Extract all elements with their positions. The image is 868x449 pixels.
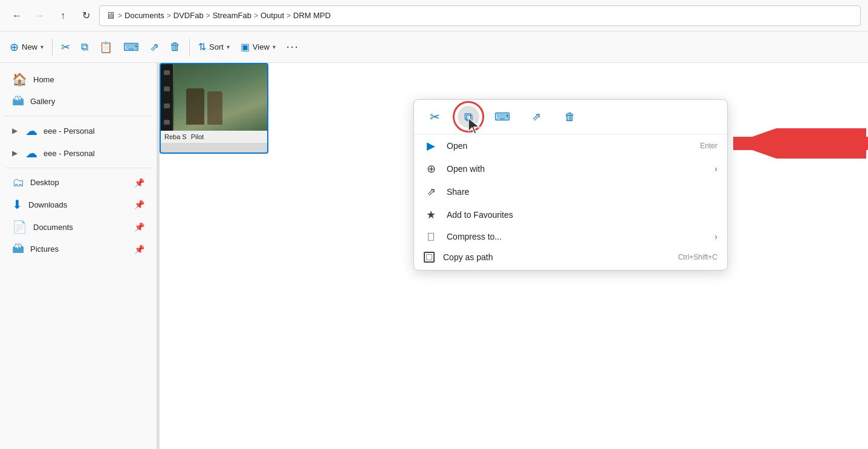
new-label: New (22, 42, 37, 51)
sidebar-label-documents: Documents (33, 223, 73, 232)
sort-label: Sort (209, 42, 224, 51)
sidebar-item-home[interactable]: 🏠 Home (2, 68, 154, 90)
path-part-streamfab[interactable]: StreamFab (213, 11, 251, 20)
main-layout: 🏠 Home 🏔 Gallery ▶ ☁ eee - Personal ▶ ☁ … (0, 63, 868, 449)
onedrive-icon-2: ☁ (25, 146, 37, 160)
ctx-copy-path-label: Copy as path (443, 252, 493, 262)
ctx-share-icon: ⇗ (532, 110, 541, 123)
sidebar-item-downloads[interactable]: ⬇ Downloads 📌 (2, 194, 154, 215)
up-button[interactable]: ↑ (53, 6, 73, 25)
delete-icon: 🗑 (170, 41, 181, 53)
share-icon: ⇗ (150, 41, 159, 54)
sidebar-label-desktop: Desktop (30, 178, 59, 187)
ctx-cut-button[interactable]: ✂ (424, 106, 445, 128)
sort-button[interactable]: ⇅ Sort ▾ (193, 38, 235, 56)
view-button[interactable]: ▣ View ▾ (236, 38, 280, 56)
paste-icon: 📋 (99, 41, 112, 54)
file-thumbnail[interactable]: Reba S Pilot (160, 63, 268, 154)
sort-chevron-icon: ▾ (227, 44, 230, 50)
share-button[interactable]: ⇗ (145, 38, 164, 57)
ctx-copy-path-shortcut: Ctrl+Shift+C (678, 253, 717, 261)
path-separator-0: > (118, 11, 122, 20)
view-chevron-icon: ▾ (273, 44, 276, 50)
path-part-output[interactable]: Output (261, 11, 284, 20)
sidebar-divider-1 (5, 116, 152, 116)
sidebar-label-pictures: Pictures (30, 244, 59, 254)
toolbar: ⊕ New ▾ ✂ ⧉ 📋 ⌨ ⇗ 🗑 ⇅ Sort ▾ ▣ View ▾ ··… (0, 31, 868, 63)
sidebar-item-onedrive1[interactable]: ▶ ☁ eee - Personal (2, 120, 154, 142)
new-button[interactable]: ⊕ New ▾ (5, 38, 48, 57)
ctx-menu-open-with[interactable]: ⊕ Open with › (414, 157, 727, 180)
sidebar-item-desktop[interactable]: 🗂 Desktop 📌 (2, 172, 154, 193)
more-button[interactable]: ··· (282, 38, 304, 56)
toolbar-sep-2 (189, 39, 190, 56)
forward-button[interactable]: → (30, 6, 50, 25)
file-label: Reba S Pilot (161, 131, 267, 143)
ctx-delete-button[interactable]: 🗑 (559, 106, 581, 128)
expand-chevron-1: ▶ (12, 126, 19, 135)
path-separator-1: > (167, 11, 171, 20)
ctx-share-button[interactable]: ⇗ (525, 106, 547, 128)
path-part-dvdfab[interactable]: DVDFab (173, 11, 204, 20)
sidebar-label-home: Home (33, 75, 54, 84)
delete-button[interactable]: 🗑 (165, 38, 186, 56)
cut-icon: ✂ (61, 41, 70, 54)
ctx-fav-icon: ★ (424, 208, 438, 221)
onedrive-icon-1: ☁ (25, 123, 37, 138)
ctx-open-label: Open (447, 141, 467, 151)
path-part-drm[interactable]: DRM MPD (293, 11, 331, 20)
sidebar-item-gallery[interactable]: 🏔 Gallery (2, 91, 154, 112)
sidebar: 🏠 Home 🏔 Gallery ▶ ☁ eee - Personal ▶ ☁ … (0, 63, 157, 449)
more-label: ··· (287, 41, 299, 53)
ctx-compress-chevron: › (714, 232, 717, 241)
back-button[interactable]: ← (7, 6, 27, 25)
view-icon: ▣ (241, 41, 250, 53)
ctx-share-menu-icon: ⇗ (424, 185, 438, 198)
monitor-icon: 🖥 (106, 10, 115, 21)
thumbnail-image (161, 64, 267, 131)
ctx-open-with-label: Open with (447, 164, 485, 174)
ctx-copy-icon: ⧉ (464, 110, 473, 124)
copy-icon: ⧉ (81, 41, 88, 53)
context-menu-toolbar: ✂ ⧉ ⌨ (414, 102, 727, 134)
expand-chevron-2: ▶ (12, 149, 19, 157)
ctx-rename-icon: ⌨ (494, 110, 510, 123)
context-menu: ✂ ⧉ ⌨ (413, 99, 728, 270)
gallery-icon: 🏔 (12, 94, 24, 108)
ctx-open-with-icon: ⊕ (424, 162, 438, 175)
paste-button[interactable]: 📋 (94, 38, 117, 57)
ctx-menu-open[interactable]: ▶ Open Enter Enter (414, 134, 727, 157)
ctx-share-menu-label: Share (447, 187, 469, 197)
red-arrow-annotation (727, 128, 868, 160)
pin-icon-documents: 📌 (134, 222, 144, 232)
address-bar: ← → ↑ ↻ 🖥 > Documents > DVDFab > StreamF… (0, 0, 868, 31)
file-subname: Pilot (191, 133, 204, 140)
content-area[interactable]: Reba S Pilot ✂ ⧉ (160, 63, 868, 449)
rename-button[interactable]: ⌨ (118, 38, 144, 57)
film-hole-4 (164, 120, 170, 125)
copy-button[interactable]: ⧉ (76, 38, 93, 56)
cut-button[interactable]: ✂ (56, 38, 75, 57)
path-separator-2: > (206, 11, 210, 20)
desktop-icon: 🗂 (12, 175, 24, 189)
ctx-menu-copy-path[interactable]: □ Copy as path Ctrl+Shift+C (414, 247, 727, 267)
ctx-menu-share[interactable]: ⇗ Share (414, 180, 727, 203)
refresh-button[interactable]: ↻ (76, 6, 96, 25)
sidebar-item-onedrive2[interactable]: ▶ ☁ eee - Personal (2, 142, 154, 164)
sidebar-label-downloads: Downloads (28, 200, 67, 209)
ctx-copy-wrapper: ⧉ (458, 106, 479, 128)
sidebar-label-onedrive1: eee - Personal (44, 126, 95, 136)
ctx-menu-favourites[interactable]: ★ Add to Favourites (414, 203, 727, 226)
sidebar-item-pictures[interactable]: 🏔 Pictures 📌 (2, 238, 154, 260)
ctx-compress-label: Compress to... (447, 232, 502, 241)
address-path[interactable]: 🖥 > Documents > DVDFab > StreamFab > Out… (99, 5, 861, 26)
sidebar-label-onedrive2: eee - Personal (44, 149, 95, 158)
pin-icon-pictures: 📌 (134, 244, 144, 254)
ctx-delete-icon: 🗑 (565, 111, 575, 123)
path-part-documents[interactable]: Documents (125, 11, 164, 20)
ctx-copy-button[interactable]: ⧉ (458, 106, 479, 128)
sidebar-item-documents[interactable]: 📄 Documents 📌 (2, 216, 154, 238)
view-label: View (253, 42, 270, 51)
ctx-menu-compress[interactable]: ⎕ Compress to... › (414, 226, 727, 247)
ctx-rename-button[interactable]: ⌨ (491, 106, 513, 128)
